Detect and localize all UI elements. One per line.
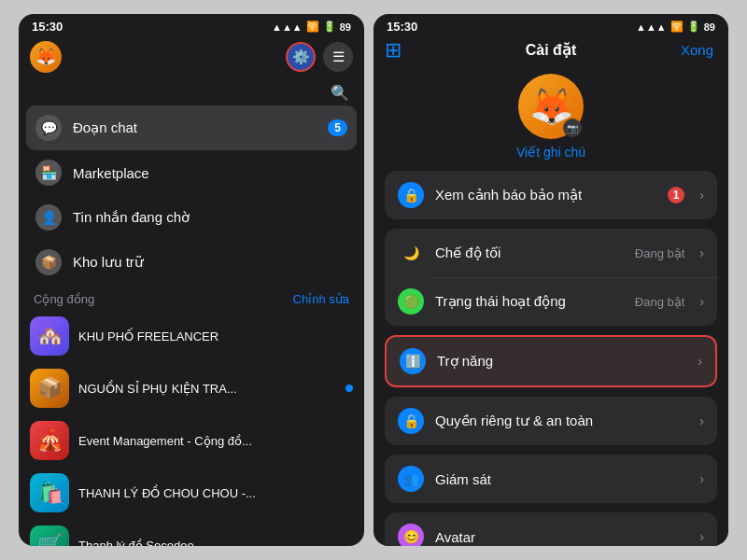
- settings-label: Quyền riêng tư & an toàn: [435, 413, 684, 429]
- left-status-bar: 15:30 ▲▲▲ 🛜 🔋 89: [19, 14, 364, 37]
- nav-item-tin-nhan[interactable]: 👤 Tin nhắn đang chờ: [26, 195, 357, 240]
- community-item[interactable]: 🎪 Event Management - Cộng đồ...: [19, 414, 364, 467]
- settings-item-supervision[interactable]: 👥 Giám sát ›: [385, 455, 717, 503]
- settings-group: 🔒 Xem cảnh báo bảo mật 1 ›: [385, 171, 717, 219]
- chevron-right-icon: ›: [699, 245, 704, 260]
- settings-value: Đang bật: [635, 295, 685, 309]
- nav-icon-kho: 📦: [35, 249, 62, 275]
- top-bar-icons: ⚙️ ☰: [286, 42, 353, 72]
- done-button[interactable]: Xong: [681, 42, 713, 58]
- right-time: 15:30: [387, 20, 417, 34]
- settings-label: Trợ năng: [437, 353, 683, 370]
- left-top-bar: 🦊 ⚙️ ☰: [19, 37, 364, 80]
- left-status-icons: ▲▲▲ 🛜 🔋 89: [272, 21, 351, 33]
- right-top-bar: ⊞ Cài đặt Xong: [374, 37, 728, 64]
- fb-messenger-icon: ⊞: [385, 38, 402, 63]
- community-name: KHU PHỐ FREELANCER: [78, 329, 353, 343]
- settings-label: Trạng thái hoạt động: [435, 293, 624, 310]
- community-thumb: 🏘️: [30, 316, 69, 356]
- nav-label-tin-nhan: Tin nhắn đang chờ: [73, 209, 347, 226]
- settings-item-dark-mode[interactable]: 🌙 Chế độ tối Đang bật ›: [385, 229, 717, 277]
- community-thumb: 📦: [30, 369, 69, 408]
- settings-item-security[interactable]: 🔒 Xem cảnh báo bảo mật 1 ›: [385, 171, 717, 219]
- gear-button[interactable]: ⚙️: [286, 42, 316, 72]
- search-bar: 🔍: [19, 80, 364, 105]
- right-battery-pct: 89: [704, 21, 715, 33]
- profile-avatar[interactable]: 🦊 📷: [518, 74, 584, 139]
- settings-group: 😊 Avatar › 🔔 Thông báo & âm thanh Đang b…: [385, 512, 717, 546]
- community-item[interactable]: 🏘️ KHU PHỐ FREELANCER: [19, 310, 364, 362]
- settings-icon: 🔒: [398, 408, 424, 434]
- nav-label-kho: Kho lưu trữ: [73, 254, 347, 271]
- signal-icon: ▲▲▲: [272, 21, 303, 33]
- settings-label: Giám sát: [435, 471, 684, 487]
- community-section-header: Cộng đồng Chỉnh sửa: [19, 285, 364, 310]
- search-icon[interactable]: 🔍: [331, 84, 349, 102]
- nav-list: 💬 Đoạn chat 5 🏪 Marketplace 👤 Tin nhắn đ…: [19, 105, 364, 285]
- wifi-icon: 🛜: [306, 21, 319, 33]
- community-item[interactable]: 📦 NGUỒN SỈ PHỤ KIỆN TRA...: [19, 362, 364, 414]
- settings-icon: 👥: [398, 466, 424, 492]
- settings-item-avatar-item[interactable]: 😊 Avatar ›: [385, 512, 717, 546]
- unread-dot: [345, 385, 353, 392]
- settings-title: Cài đặt: [526, 41, 576, 59]
- settings-item-active-status[interactable]: 🟢 Trạng thái hoạt động Đang bật ›: [385, 277, 717, 326]
- settings-icon: ℹ️: [400, 348, 426, 374]
- community-thumb: 🎪: [30, 421, 69, 460]
- chevron-right-icon: ›: [699, 471, 704, 486]
- right-wifi-icon: 🛜: [670, 21, 684, 33]
- settings-list: 🔒 Xem cảnh báo bảo mật 1 › 🌙 Chế độ tối …: [374, 165, 728, 546]
- left-time: 15:30: [32, 20, 63, 34]
- settings-label: Avatar: [435, 529, 684, 545]
- settings-value: Đang bật: [635, 246, 685, 260]
- community-name: Thanh lý đồ Secodee: [78, 539, 353, 547]
- community-item[interactable]: 🛍️ THANH LÝ ĐỒ CHOU CHOU -...: [19, 467, 364, 519]
- nav-item-marketplace[interactable]: 🏪 Marketplace: [26, 150, 357, 195]
- chevron-right-icon: ›: [699, 413, 704, 428]
- camera-icon[interactable]: 📷: [563, 119, 582, 137]
- write-note-button[interactable]: Viết ghi chú: [516, 145, 585, 160]
- nav-badge-chat: 5: [328, 119, 347, 136]
- community-name: THANH LÝ ĐỒ CHOU CHOU -...: [78, 486, 353, 500]
- settings-label: Chế độ tối: [435, 245, 624, 261]
- section-edit[interactable]: Chỉnh sửa: [293, 292, 349, 306]
- settings-item-privacy[interactable]: 🔒 Quyền riêng tư & an toàn ›: [385, 397, 717, 445]
- battery-pct: 89: [340, 21, 351, 33]
- community-item[interactable]: 🛒 Thanh lý đồ Secodee: [19, 519, 364, 546]
- nav-icon-chat: 💬: [35, 115, 62, 141]
- nav-icon-marketplace: 🏪: [35, 160, 62, 186]
- settings-group: 🌙 Chế độ tối Đang bật › 🟢 Trạng thái hoạ…: [385, 229, 717, 326]
- right-status-bar: 15:30 ▲▲▲ 🛜 🔋 89: [374, 14, 728, 37]
- battery-icon: 🔋: [323, 21, 336, 33]
- community-thumb: 🛒: [30, 525, 69, 546]
- settings-icon: 🌙: [398, 240, 424, 266]
- menu-button[interactable]: ☰: [323, 42, 353, 72]
- chevron-right-icon: ›: [699, 529, 704, 544]
- settings-icon: 🟢: [398, 288, 424, 315]
- settings-icon: 🔒: [398, 182, 424, 208]
- profile-section: 🦊 📷 Viết ghi chú: [374, 64, 728, 165]
- community-list: 🏘️ KHU PHỐ FREELANCER 📦 NGUỒN SỈ PHỤ KIỆ…: [19, 310, 364, 546]
- settings-icon: 😊: [398, 524, 424, 546]
- nav-label-marketplace: Marketplace: [73, 165, 347, 181]
- left-panel: 15:30 ▲▲▲ 🛜 🔋 89 🦊 ⚙️ ☰ 🔍 💬 Đoạn chat: [19, 14, 364, 546]
- chevron-right-icon: ›: [699, 188, 704, 203]
- settings-label: Xem cảnh báo bảo mật: [435, 187, 656, 203]
- community-thumb: 🛍️: [30, 473, 69, 512]
- settings-group: 👥 Giám sát ›: [385, 455, 717, 503]
- community-name: Event Management - Cộng đồ...: [78, 434, 353, 448]
- settings-group: ℹ️ Trợ năng ›: [385, 335, 717, 387]
- nav-item-doan-chat[interactable]: 💬 Đoạn chat 5: [26, 105, 357, 150]
- chevron-right-icon: ›: [699, 294, 704, 309]
- right-signal-icon: ▲▲▲: [636, 21, 667, 33]
- settings-badge: 1: [668, 187, 685, 203]
- right-panel: 15:30 ▲▲▲ 🛜 🔋 89 ⊞ Cài đặt Xong 🦊 📷 Viết…: [374, 14, 728, 546]
- avatar[interactable]: 🦊: [30, 41, 62, 73]
- nav-icon-tin-nhan: 👤: [35, 204, 62, 231]
- settings-item-accessibility[interactable]: ℹ️ Trợ năng ›: [387, 337, 715, 385]
- settings-group: 🔒 Quyền riêng tư & an toàn ›: [385, 397, 717, 445]
- section-title: Cộng đồng: [34, 292, 94, 306]
- right-battery-icon: 🔋: [687, 21, 700, 33]
- community-name: NGUỒN SỈ PHỤ KIỆN TRA...: [78, 382, 336, 396]
- nav-item-kho-luu-tru[interactable]: 📦 Kho lưu trữ: [26, 240, 357, 285]
